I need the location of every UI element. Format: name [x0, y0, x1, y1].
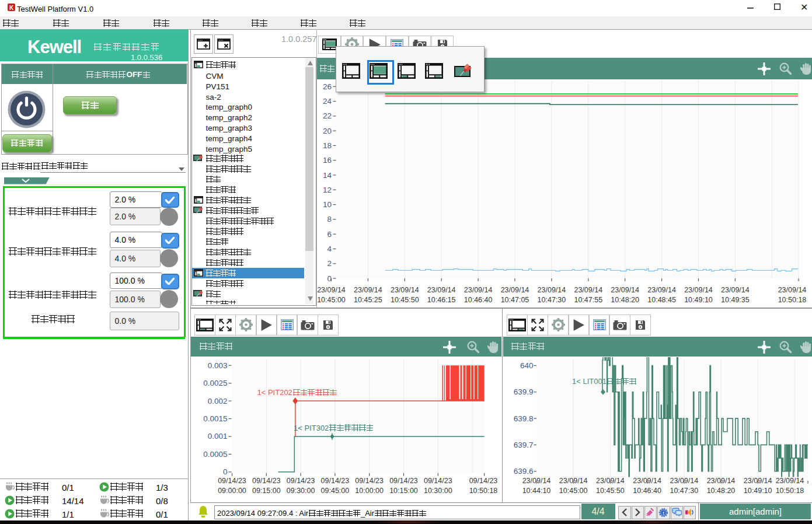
svg-text:23/09/14: 23/09/14: [776, 477, 804, 485]
svg-text:10:50:18: 10:50:18: [778, 296, 807, 304]
svg-text:10:30:00: 10:30:00: [424, 487, 452, 495]
svg-text:26: 26: [323, 82, 332, 90]
svg-text:0.003: 0.003: [208, 361, 228, 369]
svg-text:09/14/23: 09/14/23: [389, 477, 418, 485]
svg-text:23/09/14: 23/09/14: [501, 286, 529, 294]
svg-text:10: 10: [323, 200, 332, 209]
svg-text:10:46:40: 10:46:40: [464, 296, 493, 304]
svg-text:12: 12: [323, 185, 332, 194]
svg-text:10:45:50: 10:45:50: [596, 487, 625, 495]
svg-text:23/09/14: 23/09/14: [538, 286, 566, 294]
svg-text:23/09/14: 23/09/14: [427, 286, 456, 294]
svg-text:16: 16: [323, 156, 332, 165]
svg-text:09/14/23: 09/14/23: [469, 477, 498, 485]
svg-text:09/14/23: 09/14/23: [424, 477, 452, 485]
svg-text:09/14/23: 09/14/23: [287, 477, 315, 485]
svg-text:0.0025: 0.0025: [203, 379, 227, 387]
svg-text:23/09/14: 23/09/14: [778, 286, 807, 294]
svg-text:23/09/14: 23/09/14: [559, 477, 588, 485]
svg-text:10:45:25: 10:45:25: [354, 296, 382, 304]
svg-text:0.002: 0.002: [208, 396, 228, 405]
svg-text:0.0005: 0.0005: [203, 449, 227, 458]
svg-text:10:00:00: 10:00:00: [355, 487, 384, 495]
svg-text:10:45:50: 10:45:50: [391, 296, 419, 304]
svg-text:639.6: 639.6: [514, 467, 534, 476]
svg-text:10:47:30: 10:47:30: [670, 487, 698, 495]
svg-text:23/09/14: 23/09/14: [647, 286, 676, 294]
svg-text:23/09/14: 23/09/14: [596, 477, 625, 485]
svg-text:10:47:05: 10:47:05: [501, 296, 529, 304]
svg-text:10:44:10: 10:44:10: [522, 487, 551, 495]
svg-text:10:45:00: 10:45:00: [559, 487, 588, 495]
svg-text:0: 0: [223, 467, 228, 476]
svg-text:09:45:00: 09:45:00: [321, 487, 350, 495]
svg-text:23/09/14: 23/09/14: [317, 286, 346, 294]
svg-text:10:49:10: 10:49:10: [684, 296, 713, 304]
svg-text:20: 20: [323, 126, 332, 135]
svg-text:10:46:15: 10:46:15: [427, 296, 456, 304]
svg-text:23/09/14: 23/09/14: [744, 477, 772, 485]
svg-text:23/09/14: 23/09/14: [684, 286, 713, 294]
svg-text:09:15:00: 09:15:00: [252, 487, 281, 495]
svg-text:23/09/14: 23/09/14: [611, 286, 639, 294]
svg-text:639.9: 639.9: [514, 387, 534, 396]
svg-text:18: 18: [323, 141, 332, 149]
svg-text:10:49:35: 10:49:35: [721, 296, 750, 304]
svg-text:640: 640: [520, 361, 534, 370]
svg-text:09/14/23: 09/14/23: [218, 477, 246, 485]
svg-text:K: K: [9, 5, 13, 11]
svg-text:8: 8: [327, 215, 332, 223]
svg-text:10:45:00: 10:45:00: [317, 296, 346, 304]
svg-text:23/09/14: 23/09/14: [522, 477, 551, 485]
svg-text:22: 22: [323, 111, 332, 120]
svg-text:23/09/14: 23/09/14: [354, 286, 382, 294]
svg-text:23/09/14: 23/09/14: [464, 286, 493, 294]
svg-text:10:47:55: 10:47:55: [574, 296, 602, 304]
svg-text:09/14/23: 09/14/23: [321, 477, 350, 485]
svg-text:0: 0: [327, 274, 332, 282]
svg-text:0.001: 0.001: [208, 432, 228, 441]
svg-text:10:46:40: 10:46:40: [633, 487, 661, 495]
svg-text:2: 2: [327, 259, 332, 268]
svg-text:14: 14: [323, 170, 332, 179]
svg-text:23/09/14: 23/09/14: [670, 477, 698, 485]
svg-text:23/09/14: 23/09/14: [707, 477, 736, 485]
svg-text:!: !: [663, 510, 664, 515]
svg-text:639.8: 639.8: [514, 414, 534, 422]
svg-text:10:48:20: 10:48:20: [611, 296, 639, 304]
svg-text:10:47:30: 10:47:30: [538, 296, 566, 304]
svg-text:23/09/14: 23/09/14: [391, 286, 419, 294]
svg-text:23/09/14: 23/09/14: [633, 477, 661, 485]
svg-text:23/09/14: 23/09/14: [721, 286, 750, 294]
svg-text:24: 24: [323, 97, 332, 106]
svg-text:10:15:00: 10:15:00: [389, 487, 418, 495]
svg-text:10:49:10: 10:49:10: [744, 487, 772, 495]
svg-text:09/14/23: 09/14/23: [252, 477, 281, 485]
svg-text:10:50:18: 10:50:18: [469, 487, 498, 495]
svg-text:6: 6: [327, 229, 332, 238]
svg-text:09:30:00: 09:30:00: [287, 487, 315, 495]
svg-text:09:00:00: 09:00:00: [218, 487, 246, 495]
svg-text:0.0015: 0.0015: [203, 414, 227, 423]
svg-text:23/09/14: 23/09/14: [574, 286, 602, 294]
svg-text:09/14/23: 09/14/23: [355, 477, 384, 485]
svg-text:639.7: 639.7: [514, 440, 534, 449]
svg-text:4: 4: [327, 244, 332, 253]
svg-text:10:50:18: 10:50:18: [776, 487, 804, 495]
svg-text:10:48:20: 10:48:20: [707, 487, 736, 495]
svg-text:10:48:45: 10:48:45: [647, 296, 676, 304]
